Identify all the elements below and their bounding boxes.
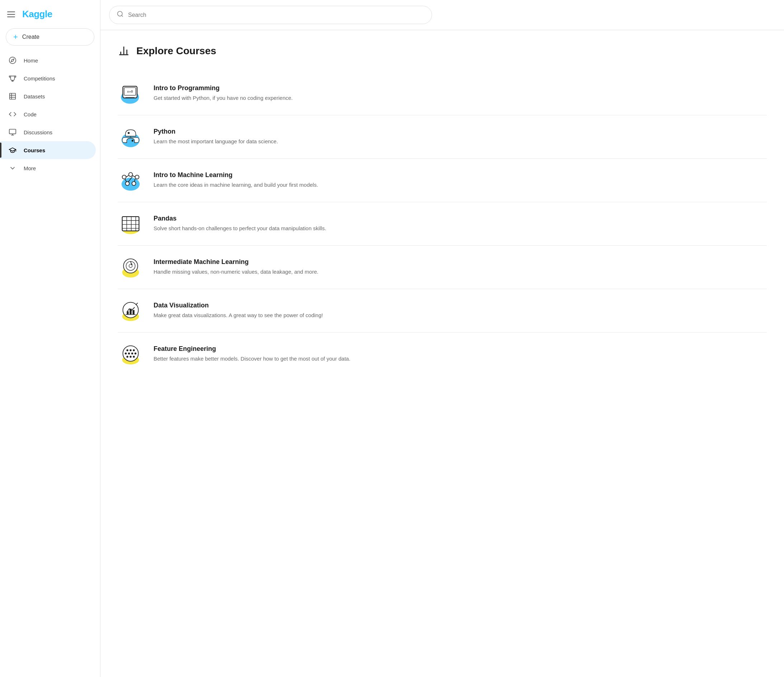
trophy-icon: [9, 74, 17, 82]
svg-point-57: [126, 349, 128, 351]
svg-point-60: [125, 353, 127, 354]
svg-rect-50: [127, 311, 128, 315]
compass-icon: [9, 56, 17, 64]
svg-point-22: [132, 140, 134, 142]
svg-point-9: [118, 11, 122, 16]
course-desc-intro-ml: Learn the core ideas in machine learning…: [154, 181, 767, 189]
course-info-intermediate-ml: Intermediate Machine Learning Handle mis…: [154, 258, 767, 276]
course-info-pandas: Pandas Solve short hands-on challenges t…: [154, 215, 767, 233]
course-desc-intermediate-ml: Handle missing values, non-numeric value…: [154, 268, 767, 276]
course-item-intermediate-ml[interactable]: Intermediate Machine Learning Handle mis…: [118, 246, 767, 289]
svg-point-25: [129, 172, 133, 176]
course-item-intro-programming[interactable]: x=0 Intro to Programming Get started wit…: [118, 72, 767, 115]
course-icon-intermediate-ml: [118, 254, 143, 280]
svg-point-0: [9, 57, 16, 64]
svg-rect-19: [126, 97, 135, 98]
course-desc-feature-engineering: Better features make better models. Disc…: [154, 355, 767, 363]
svg-point-58: [129, 349, 131, 351]
chevron-down-icon: [9, 164, 17, 172]
sidebar-item-code[interactable]: Code: [0, 105, 96, 123]
course-title-intro-programming: Intro to Programming: [154, 84, 767, 92]
sidebar-item-courses[interactable]: Courses: [0, 141, 96, 159]
sidebar-item-code-label: Code: [24, 111, 37, 117]
create-button[interactable]: + Create: [6, 28, 94, 45]
svg-rect-35: [122, 217, 139, 231]
course-item-pandas[interactable]: Pandas Solve short hands-on challenges t…: [118, 202, 767, 246]
kaggle-logo: Kaggle: [22, 9, 52, 20]
page-title: Explore Courses: [136, 45, 216, 57]
course-item-intro-ml[interactable]: Intro to Machine Learning Learn the core…: [118, 159, 767, 202]
sidebar-item-datasets-label: Datasets: [24, 94, 45, 100]
course-info-python: Python Learn the most important language…: [154, 128, 767, 146]
course-icon-pandas: [118, 211, 143, 237]
svg-point-27: [126, 182, 129, 186]
svg-point-23: [121, 178, 140, 191]
svg-point-62: [131, 353, 133, 354]
course-title-python: Python: [154, 128, 767, 136]
top-bar: [101, 0, 784, 30]
code-icon: [9, 110, 17, 118]
sidebar-item-datasets[interactable]: Datasets: [0, 87, 96, 105]
svg-line-54: [135, 303, 137, 304]
svg-point-28: [132, 182, 136, 186]
course-info-intro-programming: Intro to Programming Get started with Py…: [154, 84, 767, 102]
svg-marker-1: [11, 59, 14, 62]
course-info-data-viz: Data Visualization Make great data visua…: [154, 302, 767, 320]
svg-line-30: [132, 176, 135, 178]
course-title-intro-ml: Intro to Machine Learning: [154, 171, 767, 179]
page-header: Explore Courses: [118, 45, 767, 58]
svg-line-29: [126, 176, 128, 178]
courses-icon: [9, 146, 17, 154]
sidebar-header: Kaggle: [0, 6, 100, 25]
sidebar-item-home-label: Home: [24, 58, 38, 64]
sidebar-item-competitions[interactable]: Competitions: [0, 69, 96, 87]
sidebar-item-more[interactable]: More: [0, 159, 96, 177]
course-desc-data-viz: Make great data visualizations. A great …: [154, 311, 767, 320]
svg-text:x=0: x=0: [127, 90, 133, 94]
plus-icon: +: [13, 33, 18, 41]
search-icon: [117, 11, 124, 19]
course-desc-python: Learn the most important language for da…: [154, 137, 767, 146]
svg-rect-52: [132, 310, 134, 315]
nav-list: Home Competitions: [0, 51, 100, 177]
content-area: Explore Courses x=0 Intro to Programming: [101, 30, 784, 390]
course-title-feature-engineering: Feature Engineering: [154, 345, 767, 353]
svg-rect-6: [9, 129, 16, 134]
course-icon-python: [118, 124, 143, 150]
svg-point-63: [135, 353, 136, 354]
table-icon: [9, 92, 17, 100]
course-icon-data-viz: [118, 298, 143, 324]
svg-point-61: [128, 353, 130, 354]
sidebar-item-discussions[interactable]: Discussions: [0, 123, 96, 141]
sidebar-item-discussions-label: Discussions: [24, 129, 52, 136]
sidebar-item-competitions-label: Competitions: [24, 75, 55, 81]
course-item-python[interactable]: Python Learn the most important language…: [118, 115, 767, 159]
hamburger-menu[interactable]: [6, 10, 17, 19]
search-input[interactable]: [128, 12, 425, 18]
sidebar: Kaggle + Create Home: [0, 0, 101, 677]
course-desc-intro-programming: Get started with Python, if you have no …: [154, 94, 767, 102]
course-info-intro-ml: Intro to Machine Learning Learn the core…: [154, 171, 767, 189]
course-icon-intro-programming: x=0: [118, 80, 143, 106]
sidebar-item-more-label: More: [24, 165, 36, 171]
svg-point-59: [133, 349, 135, 351]
svg-point-47: [131, 264, 132, 265]
search-box: [109, 6, 432, 24]
course-title-pandas: Pandas: [154, 215, 767, 222]
svg-point-21: [128, 132, 129, 134]
svg-point-24: [122, 175, 126, 179]
course-icon-intro-ml: [118, 167, 143, 193]
svg-point-66: [133, 356, 135, 358]
course-item-data-viz[interactable]: Data Visualization Make great data visua…: [118, 289, 767, 332]
svg-point-64: [126, 356, 128, 358]
course-item-feature-engineering[interactable]: Feature Engineering Better features make…: [118, 332, 767, 376]
svg-point-26: [135, 175, 139, 179]
svg-line-10: [121, 16, 123, 17]
course-list: x=0 Intro to Programming Get started wit…: [118, 72, 767, 376]
discussion-icon: [9, 128, 17, 136]
create-label: Create: [22, 34, 39, 40]
courses-page-icon: [118, 45, 131, 58]
sidebar-item-courses-label: Courses: [24, 147, 45, 153]
course-info-feature-engineering: Feature Engineering Better features make…: [154, 345, 767, 363]
sidebar-item-home[interactable]: Home: [0, 51, 96, 69]
